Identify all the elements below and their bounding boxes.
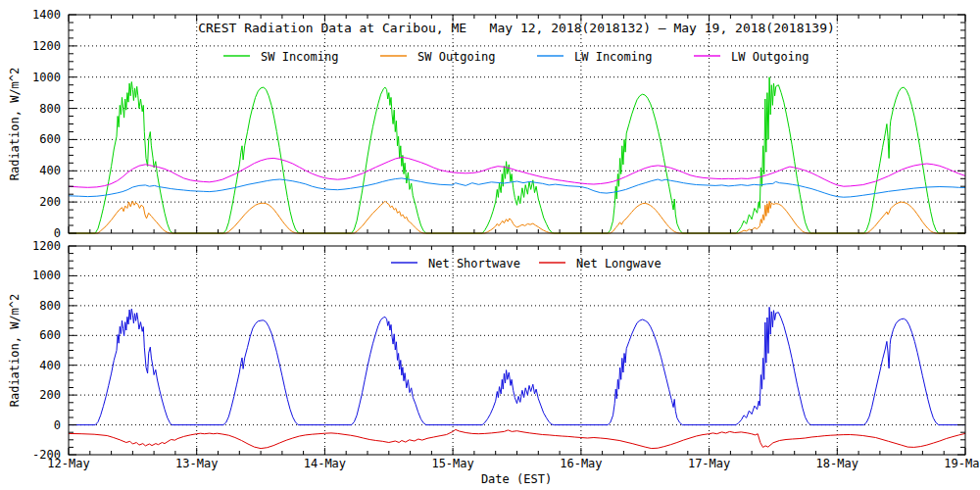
y-tick-label: 0: [54, 418, 61, 432]
legend-label-sw-incoming: SW Incoming: [261, 50, 338, 64]
radiation-plot-page: 0200400600800100012001400-20002004006008…: [0, 0, 980, 490]
series-net-shortwave: [69, 307, 965, 424]
y-tick-label: 400: [39, 359, 61, 372]
x-tick-label: 16-May: [560, 457, 602, 470]
x-axis-title: Date (EST): [481, 472, 552, 486]
panel-border: [69, 246, 965, 455]
x-tick-label: 15-May: [431, 457, 473, 470]
y-tick-label: 600: [39, 132, 61, 146]
y-tick-label: 1000: [32, 269, 61, 282]
y-tick-label: 1200: [32, 39, 61, 53]
y-tick-label: 1200: [32, 239, 61, 253]
y-tick-label: 600: [39, 328, 61, 342]
x-tick-label: 14-May: [304, 457, 346, 470]
legend-label-net-shortwave: Net Shortwave: [428, 257, 520, 270]
y-tick-label: 1000: [32, 71, 61, 84]
series-sw-outgoing: [69, 201, 965, 233]
chart-title: CREST Radiation Data at Caribou, ME May …: [198, 21, 835, 35]
legend-label-lw-outgoing: LW Outgoing: [731, 50, 808, 64]
series-sw-incoming: [69, 77, 965, 233]
y-tick-label: 200: [39, 388, 61, 402]
legend-label-sw-outgoing: SW Outgoing: [417, 50, 495, 64]
y-tick-label: 1400: [32, 8, 61, 22]
series-lw-incoming: [69, 178, 965, 197]
legend-net-radiation: Net Shortwave Net Longwave: [391, 257, 662, 270]
radiation-chart: 0200400600800100012001400-20002004006008…: [0, 0, 980, 490]
x-tick-label: 13-May: [175, 457, 218, 470]
y-tick-label: 800: [39, 299, 61, 313]
x-tick-label: 19-May: [944, 457, 980, 470]
x-tick-label: 18-May: [816, 457, 858, 470]
legend-label-net-longwave: Net Longwave: [576, 257, 662, 270]
series-lw-outgoing: [69, 157, 965, 187]
y-tick-label: 200: [39, 195, 61, 209]
y-tick-label: 800: [39, 102, 61, 116]
y-tick-label: 0: [54, 226, 61, 240]
legend-label-lw-incoming: LW Incoming: [574, 50, 652, 64]
panel2-y-axis-title: Radiation, W/m^2: [8, 294, 22, 408]
legend-radiation-components: SW Incoming SW Outgoing LW Incoming LW O…: [223, 50, 808, 64]
x-tick-label: 17-May: [688, 457, 730, 470]
series-net-longwave: [69, 429, 965, 448]
y-tick-label: 400: [39, 164, 61, 177]
panel-border: [69, 15, 965, 233]
x-tick-label: 12-May: [47, 457, 89, 470]
chart-gridlines-and-series: [69, 15, 965, 455]
panel1-y-axis-title: Radiation, W/m^2: [8, 68, 22, 181]
